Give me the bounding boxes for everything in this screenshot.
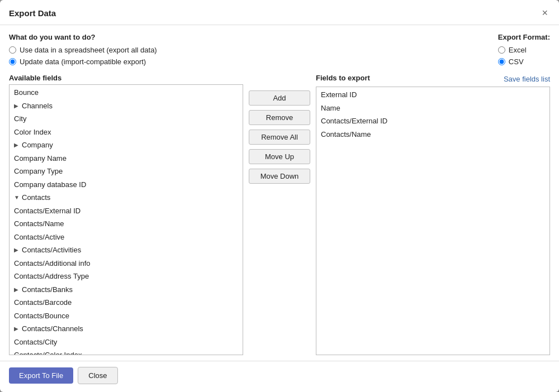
remove-all-button[interactable]: Remove All [249, 130, 310, 145]
list-item[interactable]: Company Name [10, 152, 243, 165]
list-item[interactable]: External ID [316, 88, 549, 102]
available-fields-list-container[interactable]: Bounce ▶ Channels City [9, 84, 243, 355]
dialog-header: Export Data × [0, 0, 559, 25]
expand-icon: ▶ [14, 246, 21, 254]
list-item[interactable]: ▼ Contacts [10, 191, 243, 204]
list-item[interactable]: Company Type [10, 165, 243, 178]
list-item[interactable]: Contacts/External ID [316, 114, 549, 128]
expand-icon: ▶ [14, 324, 21, 333]
available-fields-list: Bounce ▶ Channels City [10, 85, 243, 355]
close-footer-button[interactable]: Close [78, 367, 117, 384]
save-fields-link[interactable]: Save fields list [504, 75, 550, 83]
list-item[interactable]: City [10, 112, 243, 126]
main-section: Available fields Bounce ▶ Channels [9, 74, 550, 355]
list-item[interactable]: Contacts/Address Type [10, 270, 243, 283]
available-fields-panel: Available fields Bounce ▶ Channels [9, 74, 243, 355]
export-format-label: Export Format: [498, 33, 550, 41]
move-up-button[interactable]: Move Up [249, 149, 310, 164]
what-group: What do you want to do? Use data in a sp… [9, 33, 157, 67]
export-dialog: Export Data × What do you want to do? Us… [0, 0, 559, 392]
dialog-body: What do you want to do? Use data in a sp… [0, 25, 559, 361]
export-header: Fields to export Save fields list [316, 74, 550, 84]
available-fields-title: Available fields [9, 74, 243, 82]
expand-icon: ▶ [14, 102, 21, 110]
option-update[interactable]: Update data (import-compatible export) [9, 58, 157, 66]
add-button[interactable]: Add [249, 90, 310, 106]
list-item[interactable]: ▶ Contacts/Channels [10, 322, 243, 336]
middle-buttons: Add Remove Remove All Move Up Move Down [243, 74, 316, 355]
radio-update[interactable] [9, 58, 16, 65]
move-down-button[interactable]: Move Down [249, 169, 310, 184]
list-item[interactable]: Contacts/Name [10, 217, 243, 231]
option-csv[interactable]: CSV [498, 58, 550, 66]
export-fields-title: Fields to export [316, 74, 370, 82]
list-item[interactable]: Company database ID [10, 178, 243, 192]
list-item[interactable]: Contacts/Color Index [10, 348, 243, 355]
export-fields-list: External ID Name Contacts/External ID Co… [316, 87, 549, 142]
option-spreadsheet-label: Use data in a spreadsheet (export all da… [20, 46, 157, 54]
remove-button[interactable]: Remove [249, 110, 310, 125]
top-section: What do you want to do? Use data in a sp… [9, 33, 550, 67]
list-item[interactable]: ▶ Channels [10, 99, 243, 113]
what-label: What do you want to do? [9, 33, 157, 41]
export-to-file-button[interactable]: Export To File [9, 367, 73, 384]
export-list-container[interactable]: External ID Name Contacts/External ID Co… [316, 87, 550, 355]
list-item[interactable]: Contacts/Active [10, 231, 243, 244]
list-item[interactable]: Name [316, 102, 549, 115]
list-item[interactable]: ▶ Company [10, 138, 243, 152]
collapse-icon: ▼ [14, 193, 21, 202]
close-icon[interactable]: × [539, 7, 550, 19]
expand-icon: ▶ [14, 285, 21, 294]
option-csv-label: CSV [509, 58, 524, 66]
export-format-group: Export Format: Excel CSV [498, 33, 550, 67]
list-item[interactable]: Contacts/Name [316, 128, 549, 141]
option-excel-label: Excel [509, 46, 527, 54]
list-item[interactable]: Color Index [10, 126, 243, 139]
list-item[interactable]: Contacts/Additional info [10, 257, 243, 270]
list-item[interactable]: Bounce [10, 86, 243, 99]
dialog-title: Export Data [9, 8, 56, 18]
dialog-footer: Export To File Close [0, 361, 559, 392]
radio-csv[interactable] [498, 58, 505, 65]
list-item[interactable]: Contacts/External ID [10, 204, 243, 218]
list-item[interactable]: Contacts/City [10, 336, 243, 349]
option-excel[interactable]: Excel [498, 46, 550, 54]
radio-excel[interactable] [498, 46, 505, 54]
radio-spreadsheet[interactable] [9, 46, 16, 54]
list-item[interactable]: Contacts/Barcode [10, 296, 243, 309]
list-item[interactable]: ▶ Contacts/Banks [10, 283, 243, 297]
option-spreadsheet[interactable]: Use data in a spreadsheet (export all da… [9, 46, 157, 54]
expand-icon: ▶ [14, 141, 21, 149]
list-item[interactable]: Contacts/Bounce [10, 309, 243, 323]
option-update-label: Update data (import-compatible export) [20, 58, 146, 66]
list-item[interactable]: ▶ Contacts/Activities [10, 243, 243, 257]
export-fields-panel: Fields to export Save fields list Extern… [316, 74, 550, 355]
